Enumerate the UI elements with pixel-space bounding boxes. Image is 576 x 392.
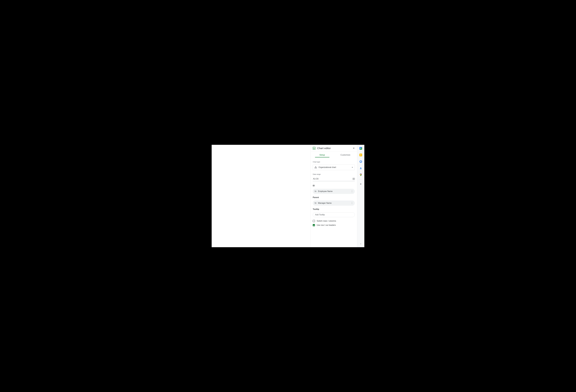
close-icon[interactable]: ✕ bbox=[353, 147, 355, 150]
tooltip-heading: Tooltip bbox=[313, 208, 355, 210]
chart-type-value: Organizational chart bbox=[318, 166, 336, 168]
switch-rows-row: Switch rows / columns bbox=[313, 220, 355, 222]
chevron-down-icon bbox=[352, 167, 353, 168]
kebab-icon[interactable]: ⋮ bbox=[351, 191, 353, 192]
maps-icon[interactable] bbox=[359, 173, 362, 176]
svg-point-0 bbox=[360, 174, 361, 175]
tab-customize[interactable]: Customize bbox=[334, 152, 357, 158]
side-rail: 31 + › bbox=[357, 145, 364, 247]
text-type-icon: Tᴛ bbox=[315, 202, 316, 204]
tabs: Setup Customize bbox=[311, 152, 357, 158]
switch-rows-checkbox[interactable] bbox=[313, 220, 315, 222]
switch-rows-label: Switch rows / columns bbox=[317, 220, 336, 222]
add-tooltip-label: Add Tooltip bbox=[315, 214, 325, 216]
data-range-label: Data range bbox=[313, 173, 355, 175]
tab-setup[interactable]: Setup bbox=[311, 152, 334, 158]
data-range-row bbox=[313, 177, 355, 181]
use-headers-row: Use row 1 as headers bbox=[313, 224, 355, 226]
app-frame: Chart editor ✕ Setup Customize Chart typ… bbox=[209, 142, 367, 250]
chart-type-label: Chart type bbox=[313, 161, 355, 163]
panel-title: Chart editor bbox=[317, 147, 331, 150]
parent-heading: Parent bbox=[313, 196, 355, 198]
panel-body: Chart type Organizational chart Data ran… bbox=[311, 158, 357, 228]
text-type-icon: Tᴛ bbox=[315, 190, 316, 193]
use-headers-checkbox[interactable] bbox=[313, 224, 315, 226]
chart-type-select[interactable]: Organizational chart bbox=[313, 165, 355, 170]
content-area: Chart editor ✕ Setup Customize Chart typ… bbox=[310, 145, 364, 247]
chart-editor-icon bbox=[313, 147, 316, 150]
add-tooltip-button[interactable]: Add Tooltip bbox=[313, 212, 355, 217]
keep-icon[interactable] bbox=[359, 154, 362, 156]
calendar-icon[interactable]: 31 bbox=[359, 147, 362, 150]
add-addon-icon[interactable]: + bbox=[359, 183, 362, 185]
kebab-icon[interactable]: ⋮ bbox=[351, 203, 353, 203]
parent-field-value: Manager Name bbox=[318, 202, 332, 204]
contacts-icon[interactable] bbox=[359, 167, 362, 169]
panel-header: Chart editor ✕ bbox=[311, 145, 357, 152]
data-range-input[interactable] bbox=[313, 178, 353, 180]
chart-editor-panel: Chart editor ✕ Setup Customize Chart typ… bbox=[310, 145, 357, 247]
use-headers-label: Use row 1 as headers bbox=[317, 224, 336, 226]
id-field-value: Employee Name bbox=[318, 190, 332, 193]
tasks-icon[interactable] bbox=[359, 160, 362, 163]
org-chart-icon bbox=[315, 167, 317, 168]
id-field-chip[interactable]: Tᴛ Employee Name ⋮ bbox=[313, 189, 355, 194]
select-range-icon[interactable] bbox=[353, 178, 355, 180]
id-heading: ID bbox=[313, 185, 355, 187]
chevron-right-icon[interactable]: › bbox=[360, 242, 361, 245]
parent-field-chip[interactable]: Tᴛ Manager Name ⋮ bbox=[313, 200, 355, 206]
